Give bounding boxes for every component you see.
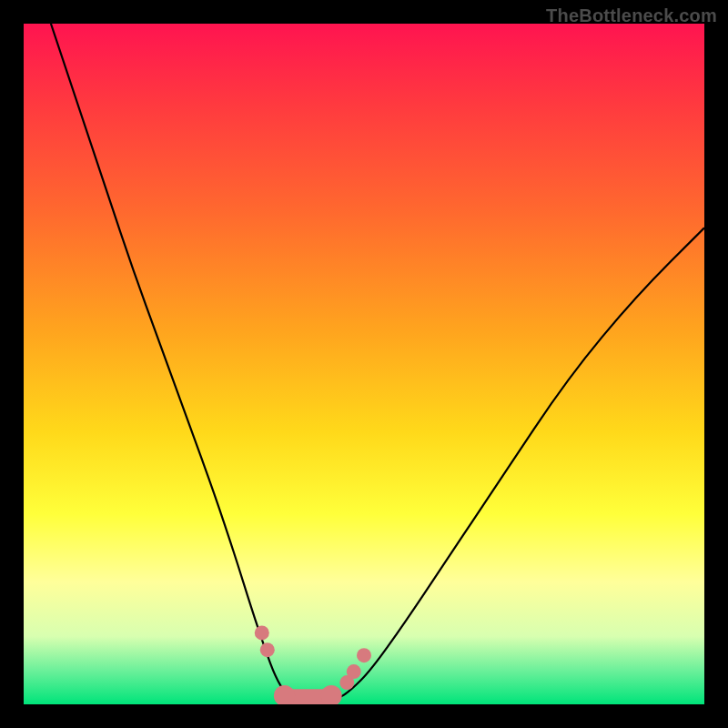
valley-knob <box>274 685 295 704</box>
scatter-markers <box>255 625 371 690</box>
marker-dot <box>357 648 371 662</box>
plot-area <box>24 24 704 704</box>
valley-knob <box>320 685 341 704</box>
watermark-text: TheBottleneck.com <box>546 5 717 26</box>
marker-dot <box>255 625 269 640</box>
valley-ridge <box>274 685 342 704</box>
curve-svg <box>24 24 704 704</box>
chart-frame: TheBottleneck.com <box>0 0 728 728</box>
bottleneck-curve <box>51 24 704 703</box>
marker-dot <box>260 642 275 657</box>
marker-dot <box>347 664 361 679</box>
